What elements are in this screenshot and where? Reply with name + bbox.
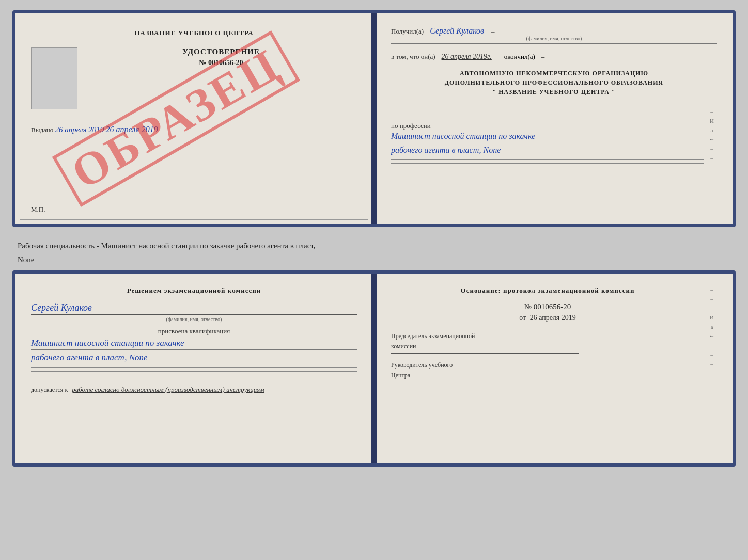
poluchil-name: Сергей Кулаков <box>430 26 484 35</box>
bottom-line1 <box>31 367 357 368</box>
certificate-top: НАЗВАНИЕ УЧЕБНОГО ЦЕНТРА УДОСТОВЕРЕНИЕ №… <box>12 10 736 227</box>
bottom-line2 <box>31 371 357 372</box>
profession-line1: Машинист насосной станции по закачке <box>391 132 704 142</box>
bottom-line4 <box>31 398 357 398</box>
bottom-right-deco: – – – И а ← – – – <box>707 286 717 367</box>
poluchil-row: Получил(а) Сергей Кулаков – (фамилия, им… <box>391 26 717 44</box>
qual-line2: рабочего агента в пласт, None <box>31 353 357 364</box>
org-block: АВТОНОМНУЮ НЕКОММЕРЧЕСКУЮ ОРГАНИЗАЦИЮ ДО… <box>391 69 717 97</box>
specialty-text-block: Рабочая специальность - Машинист насосно… <box>12 237 736 270</box>
cert-top-left: НАЗВАНИЕ УЧЕБНОГО ЦЕНТРА УДОСТОВЕРЕНИЕ №… <box>15 13 376 224</box>
rukovoditel-label2: Центра <box>391 372 704 379</box>
specialty-text: Рабочая специальность - Машинист насосно… <box>15 242 733 250</box>
vtom-row: в том, что он(а) 26 апреля 2019г. окончи… <box>391 52 717 61</box>
familiya-sub: (фамилия, имя, отчество) <box>391 36 717 41</box>
vydano-date: 26 апреля 2019 <box>55 125 104 134</box>
bottom-name-sub: (фамилия, имя, отчество) <box>31 316 357 322</box>
dopuskaetsya-label: допускается к <box>31 386 68 393</box>
bottom-right-content: Основание: протокол экзаменационной коми… <box>391 286 704 390</box>
protocol-date: от 26 апреля 2019 <box>391 314 704 322</box>
profession-line2: рабочего агента в пласт, None <box>391 146 704 156</box>
org-line2: ДОПОЛНИТЕЛЬНОГО ПРОФЕССИОНАЛЬНОГО ОБРАЗО… <box>391 78 717 87</box>
predsedatel-label2: комиссии <box>391 343 704 350</box>
vydano-date-display: 26 апреля 2019 <box>106 125 158 134</box>
line-sep3 <box>391 167 704 167</box>
right-deco-row: по профессии Машинист насосной станции п… <box>391 99 717 170</box>
ot-label: от <box>519 314 526 322</box>
vtom-label: в том, что он(а) <box>391 53 435 60</box>
right-main-content: по профессии Машинист насосной станции п… <box>391 122 704 170</box>
vydano-line: Выдано 26 апреля 2019 26 апреля 2019 <box>31 125 357 134</box>
dopuskaetsya-block: допускается к работе согласно должностны… <box>31 386 357 394</box>
org-line1: АВТОНОМНУЮ НЕКОММЕРЧЕСКУЮ ОРГАНИЗАЦИЮ <box>391 69 717 78</box>
rukovoditel-block: Руководитель учебного Центра <box>391 361 704 382</box>
udostoverenie-label: УДОСТОВЕРЕНИЕ <box>85 47 357 56</box>
dash1: – <box>491 27 495 35</box>
osnovaniye-title: Основание: протокол экзаменационной коми… <box>391 286 704 295</box>
protocol-num-text: № 0010656-20 <box>524 302 571 311</box>
org-line3: " НАЗВАНИЕ УЧЕБНОГО ЦЕНТРА " <box>391 87 717 97</box>
line-sep1 <box>391 159 704 160</box>
certificate-bottom: Решением экзаменационной комиссии Сергей… <box>12 270 736 467</box>
cert-left-content: УДОСТОВЕРЕНИЕ № 0010656-20 <box>31 47 357 109</box>
cert-top-title: НАЗВАНИЕ УЧЕБНОГО ЦЕНТРА <box>31 29 357 37</box>
predsedatel-sig-line <box>391 353 579 354</box>
cert-left-details: УДОСТОВЕРЕНИЕ № 0010656-20 <box>85 47 357 109</box>
prisvoena-label: присвоена квалификация <box>31 327 357 335</box>
cert-top-right: Получил(а) Сергей Кулаков – (фамилия, им… <box>376 13 733 224</box>
bottom-name: Сергей Кулаков <box>31 302 357 315</box>
bottom-line3 <box>31 375 357 375</box>
vtom-date: 26 апреля 2019г. <box>442 53 492 60</box>
predsedatel-label: Председатель экзаменационной <box>391 332 704 340</box>
cert-number: № 0010656-20 <box>85 59 357 67</box>
po-professii: по профессии <box>391 122 704 130</box>
ot-date: 26 апреля 2019 <box>530 314 576 322</box>
line-sep2 <box>391 163 704 164</box>
predsedatel-block: Председатель экзаменационной комиссии <box>391 332 704 354</box>
dopuskaetsya-text: работе согласно должностным (производств… <box>72 386 264 393</box>
bottom-right-inner: Основание: протокол экзаменационной коми… <box>391 286 717 390</box>
poluchil-label: Получил(а) <box>391 27 424 35</box>
right-deco-letters: – – И а ← – – – <box>707 99 717 170</box>
rukovoditel-sig-line <box>391 382 579 382</box>
specialty-text2: None <box>15 255 733 264</box>
page-container: НАЗВАНИЕ УЧЕБНОГО ЦЕНТРА УДОСТОВЕРЕНИЕ №… <box>12 10 736 467</box>
qual-line1: Машинист насосной станции по закачке <box>31 338 357 350</box>
rukovoditel-label: Руководитель учебного <box>391 361 704 369</box>
mp-line: М.П. <box>31 205 45 214</box>
protocol-num: № 0010656-20 <box>391 302 704 311</box>
photo-placeholder <box>31 47 77 109</box>
dash2: – <box>541 53 545 60</box>
okonchil: окончил(а) <box>504 53 535 60</box>
cert-bottom-right: Основание: протокол экзаменационной коми… <box>376 274 733 463</box>
cert-bottom-left: Решением экзаменационной комиссии Сергей… <box>15 274 376 463</box>
vydano-text: Выдано <box>31 126 53 134</box>
bottom-left-title: Решением экзаменационной комиссии <box>31 286 357 295</box>
